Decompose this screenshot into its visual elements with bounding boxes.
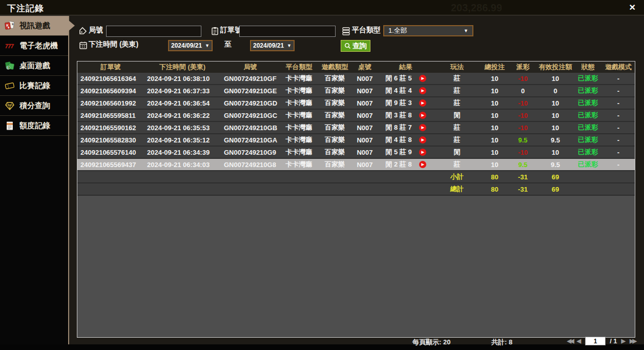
column-header: 平台類型 [280, 63, 318, 72]
play-video-icon[interactable]: ▶ [419, 99, 426, 107]
status-cell: 已派彩 [574, 148, 602, 157]
order-no-cell: 240921065576140 [77, 149, 144, 156]
date-to-picker[interactable]: 2024/09/21 ▼ [250, 40, 295, 51]
play-video-icon[interactable]: ▶ [419, 87, 426, 94]
table-row[interactable]: 2409210655901622024-09-21 06:35:53GN0072… [77, 122, 635, 134]
subtotal-payout: -31 [509, 173, 537, 181]
result-score: 閒 4 莊 8 [385, 135, 411, 145]
table-header-row: 訂單號下注時間 (美東)局號平台類型遊戲類型桌號結果玩法總投注派彩有效投注額狀態… [77, 61, 635, 73]
caret-down-icon: ▼ [464, 28, 468, 33]
sidebar-item-slot-machines[interactable]: 777電子老虎機 [0, 36, 68, 56]
close-icon[interactable]: ✕ [629, 3, 636, 12]
payout-cell: -10 [509, 75, 537, 83]
play-video-icon[interactable]: ▶ [419, 75, 426, 82]
bet-type-cell: 莊 [433, 86, 481, 95]
prev-page-icon[interactable]: ◀ [577, 338, 581, 344]
column-header: 遊戲模式 [602, 63, 635, 72]
status-cell: 已派彩 [574, 74, 602, 83]
column-header: 下注時間 (美東) [144, 63, 221, 72]
next-page-icon[interactable]: ▶ [621, 338, 626, 344]
game-type-cell: 百家樂 [318, 160, 351, 169]
round-no-cell: GN007249210GB [221, 124, 280, 132]
platform-cell: 卡卡灣廳 [280, 135, 318, 145]
date-from-value: 2024/09/21 [171, 42, 202, 49]
page-number-input[interactable] [585, 337, 606, 345]
grand-total-payout: -31 [509, 186, 537, 193]
record-count-label: 共計: 8 [491, 338, 512, 347]
play-video-icon[interactable]: ▶ [419, 112, 426, 119]
round-no-cell: GN007249210GC [221, 112, 280, 119]
result-score: 閒 8 莊 7 [385, 123, 411, 132]
table-no-cell: N007 [351, 87, 378, 95]
calendar-icon [79, 41, 88, 50]
valid-bet-cell: 10 [537, 99, 574, 107]
order-no-cell: 240921065616364 [77, 75, 144, 83]
first-page-icon[interactable]: ◀◀ [567, 338, 573, 344]
column-header: 玩法 [433, 63, 481, 72]
bet-type-cell: 閒 [433, 111, 481, 120]
table-no-cell: N007 [351, 161, 378, 169]
valid-bet-cell: 10 [537, 112, 574, 119]
play-video-icon[interactable]: ▶ [419, 161, 426, 168]
game-type-cell: 百家樂 [318, 135, 351, 145]
result-cell: 閒 2 莊 8▶ [378, 160, 433, 169]
column-header: 結果 [378, 63, 433, 72]
round-no-cell: GN007249210G9 [221, 149, 280, 156]
sidebar-item-video-games[interactable]: 9K♥視訊遊戲 [0, 16, 68, 36]
result-score: 閒 2 莊 8 [385, 160, 411, 169]
order-no-input[interactable] [239, 26, 336, 37]
sidebar-item-points-query[interactable]: 積分查詢 [0, 96, 68, 116]
table-row[interactable]: 2409210656019922024-09-21 06:36:54GN0072… [77, 97, 635, 110]
sidebar-item-label: 比賽記錄 [19, 81, 50, 91]
game-mode-cell: - [602, 149, 635, 156]
table-row[interactable]: 2409210655828302024-09-21 06:35:12GN0072… [77, 134, 635, 147]
sidebar-item-match-records[interactable]: 比賽記錄 [0, 76, 68, 96]
table-row[interactable]: 2409210655694372024-09-21 06:34:03GN0072… [77, 159, 635, 171]
total-bet-cell: 10 [481, 75, 509, 83]
bet-time-cell: 2024-09-21 06:36:54 [144, 99, 221, 107]
platform-type-value: 1.全部 [388, 26, 407, 35]
bet-time-cell: 2024-09-21 06:35:53 [144, 124, 221, 132]
svg-text:♥: ♥ [8, 26, 10, 29]
status-cell: 已派彩 [574, 98, 602, 108]
valid-bet-cell: 10 [537, 75, 574, 83]
play-video-icon[interactable]: ▶ [419, 124, 426, 131]
date-from-picker[interactable]: 2024/09/21 ▼ [168, 40, 213, 51]
subtotal-label: 小計 [433, 172, 481, 181]
total-bet-cell: 10 [481, 149, 509, 156]
order-no-cell: 240921065582830 [77, 136, 144, 144]
subtotal-total-bet: 80 [481, 173, 509, 181]
grand-total-row: 總計80-3169 [77, 183, 635, 196]
bet-type-cell: 莊 [433, 74, 481, 83]
play-video-icon[interactable]: ▶ [419, 149, 426, 156]
page-size-label: 每頁顯示: 20 [412, 338, 450, 347]
result-cell: 閒 8 莊 7▶ [378, 123, 433, 132]
platform-type-select[interactable]: 1.全部 ▼ [383, 25, 473, 36]
platform-cell: 卡卡灣廳 [280, 98, 318, 108]
bet-time-cell: 2024-09-21 06:35:12 [144, 136, 221, 144]
game-mode-cell: - [602, 75, 635, 83]
sidebar-item-label: 桌面遊戲 [19, 61, 50, 71]
search-button-label: 查詢 [352, 42, 367, 51]
table-row[interactable]: 2409210655958112024-09-21 06:36:22GN0072… [77, 110, 635, 122]
tag-icon [79, 27, 88, 35]
payout-cell: 9.5 [509, 161, 537, 169]
sidebar-item-quota-records[interactable]: 額度記錄 [0, 116, 68, 136]
sidebar-item-label: 電子老虎機 [19, 41, 58, 51]
result-cell: 閒 4 莊 8▶ [378, 135, 433, 145]
order-no-cell: 240921065569437 [77, 161, 144, 169]
order-no-cell: 240921065595811 [77, 112, 144, 119]
subtotal-valid-bet: 69 [537, 173, 574, 181]
last-page-icon[interactable]: ▶▶ [630, 338, 635, 344]
search-button[interactable]: 查詢 [341, 40, 370, 52]
sidebar-item-table-games[interactable]: $桌面遊戲 [0, 56, 68, 76]
bet-time-cell: 2024-09-21 06:38:10 [144, 75, 221, 83]
table-row[interactable]: 2409210655761402024-09-21 06:34:39GN0072… [77, 147, 635, 159]
game-mode-cell: - [602, 124, 635, 132]
table-row[interactable]: 2409210656163642024-09-21 06:38:10GN0072… [77, 73, 635, 85]
play-video-icon[interactable]: ▶ [419, 136, 426, 143]
table-row[interactable]: 2409210656093942024-09-21 06:37:33GN0072… [77, 85, 635, 97]
date-to-label: 至 [224, 40, 232, 49]
table-no-cell: N007 [351, 149, 378, 156]
round-no-input[interactable] [106, 26, 201, 37]
